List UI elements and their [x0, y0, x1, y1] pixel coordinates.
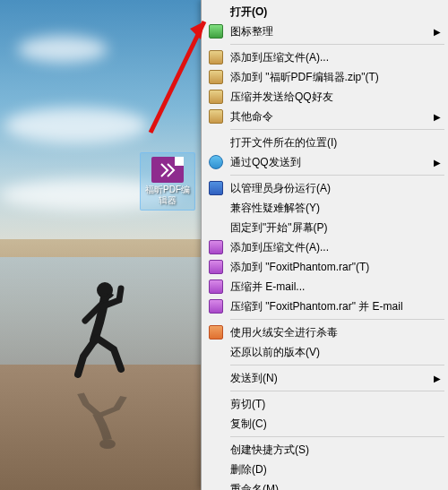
zip-icon — [207, 49, 225, 65]
chevron-right-icon: ▶ — [434, 112, 441, 122]
menu-add-to-archive[interactable]: 添加到压缩文件(A)... — [203, 47, 446, 67]
menu-compress-send-qq[interactable]: 压缩并发送给QQ好友 — [203, 87, 446, 107]
menu-compress-foxit-email[interactable]: 压缩到 "FoxitPhantom.rar" 并 E-mail — [203, 297, 446, 316]
menu-open[interactable]: 打开(O) — [203, 2, 446, 21]
menu-restore-prev[interactable]: 还原以前的版本(V) — [203, 342, 446, 362]
huorong-icon — [207, 324, 225, 340]
menu-copy[interactable]: 复制(C) — [203, 414, 446, 434]
blank-icon — [207, 442, 225, 458]
menu-rename[interactable]: 重命名(M) — [203, 479, 446, 490]
blank-icon — [207, 416, 225, 432]
zip-icon — [207, 89, 225, 105]
blank-icon — [207, 344, 225, 360]
menu-separator — [230, 44, 444, 45]
blank-icon — [207, 396, 225, 412]
menu-delete[interactable]: 删除(D) — [203, 460, 446, 479]
zip-icon — [207, 108, 225, 125]
menu-compat-troubleshoot[interactable]: 兼容性疑难解答(Y) — [203, 198, 446, 218]
qq-icon — [207, 154, 225, 170]
blank-icon — [207, 461, 225, 477]
menu-add-to-foxit-rar[interactable]: 添加到 "FoxitPhantom.rar"(T) — [203, 257, 446, 277]
menu-separator — [230, 319, 444, 320]
menu-send-to[interactable]: 发送到(N) ▶ — [203, 368, 446, 388]
menu-separator — [230, 436, 444, 437]
menu-cut[interactable]: 剪切(T) — [203, 394, 446, 414]
rar-icon — [207, 279, 225, 295]
shield-icon — [207, 180, 225, 196]
menu-compress-email[interactable]: 压缩并 E-mail... — [203, 277, 446, 297]
menu-add-to-named-zip[interactable]: 添加到 "福昕PDF编辑器.zip"(T) — [203, 67, 446, 87]
menu-send-via-qq[interactable]: 通过QQ发送到 ▶ — [203, 152, 446, 172]
chevron-right-icon: ▶ — [434, 158, 441, 168]
chevron-right-icon: ▶ — [434, 374, 441, 383]
rar-icon — [207, 239, 225, 255]
blank-icon — [207, 200, 225, 216]
menu-separator — [230, 175, 444, 176]
menu-create-shortcut[interactable]: 创建快捷方式(S) — [203, 440, 446, 460]
menu-separator — [230, 129, 444, 130]
menu-add-to-archive-2[interactable]: 添加到压缩文件(A)... — [203, 237, 446, 257]
blank-icon — [207, 4, 225, 20]
menu-other-cmd[interactable]: 其他命令 ▶ — [203, 107, 446, 126]
blank-icon — [207, 134, 225, 150]
blank-icon — [207, 219, 225, 236]
menu-huorong-scan[interactable]: 使用火绒安全进行杀毒 — [203, 322, 446, 342]
wallpaper-runner — [67, 278, 139, 394]
foxit-pdf-icon — [151, 157, 184, 183]
desktop-icon-label: 福昕PDF编辑器 — [142, 185, 193, 206]
desktop-icon-foxit-pdf[interactable]: 福昕PDF编辑器 — [140, 152, 195, 211]
wallpaper-reflection — [70, 408, 142, 451]
arrange-icon — [207, 23, 225, 39]
rar-icon — [207, 259, 225, 275]
rar-icon — [207, 298, 225, 314]
context-menu: 打开(O) 图标整理 ▶ 添加到压缩文件(A)... 添加到 "福昕PDF编辑器… — [201, 0, 448, 490]
menu-open-file-location[interactable]: 打开文件所在的位置(I) — [203, 133, 446, 152]
menu-run-as-admin[interactable]: 以管理员身份运行(A) — [203, 178, 446, 198]
menu-icon-arrange[interactable]: 图标整理 ▶ — [203, 21, 446, 41]
menu-separator — [230, 365, 444, 365]
menu-pin-to-start[interactable]: 固定到"开始"屏幕(P) — [203, 218, 446, 237]
blank-icon — [207, 481, 225, 490]
menu-separator — [230, 391, 444, 391]
chevron-right-icon: ▶ — [434, 27, 441, 37]
blank-icon — [207, 370, 225, 386]
zip-icon — [207, 69, 225, 85]
svg-point-1 — [99, 439, 116, 449]
